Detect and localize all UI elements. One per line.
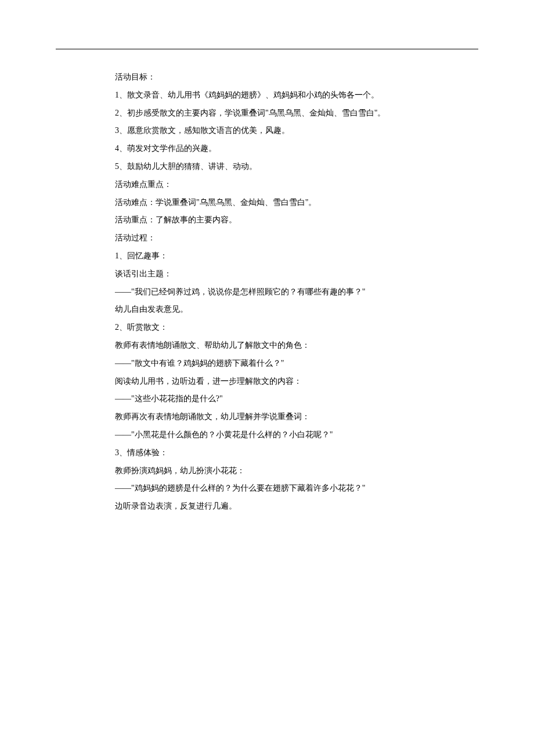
text-line: ——"鸡妈妈的翅膀是什么样的？为什么要在翅膀下藏着许多小花花？" — [99, 480, 453, 498]
text-line: 2、听赏散文： — [99, 319, 453, 337]
text-line: ——"这些小花花指的是什么?" — [99, 390, 453, 408]
text-line: 活动重点：了解故事的主要内容。 — [99, 211, 453, 229]
text-line: 教师有表情地朗诵散文、帮助幼儿了解散文中的角色： — [99, 337, 453, 355]
text-line: 2、初步感受散文的主要内容，学说重叠词"乌黑乌黑、金灿灿、雪白雪白"。 — [99, 105, 453, 123]
text-line: 谈话引出主题： — [99, 265, 453, 283]
text-line: 教师再次有表情地朗诵散文，幼儿理解并学说重叠词： — [99, 408, 453, 426]
text-line: 3、情感体验： — [99, 444, 453, 462]
document-body: 活动目标： 1、散文录音、幼儿用书《鸡妈妈的翅膀》、鸡妈妈和小鸡的头饰各一个。 … — [99, 69, 453, 516]
text-line: 活动过程： — [99, 229, 453, 247]
text-line: ——"小黑花是什么颜色的？小黄花是什么样的？小白花呢？" — [99, 426, 453, 444]
text-line: 5、鼓励幼儿大胆的猜猜、讲讲、动动。 — [99, 158, 453, 176]
text-line: 1、散文录音、幼儿用书《鸡妈妈的翅膀》、鸡妈妈和小鸡的头饰各一个。 — [99, 87, 453, 105]
text-line: ——"散文中有谁？鸡妈妈的翅膀下藏着什么？" — [99, 355, 453, 373]
horizontal-rule — [56, 49, 478, 49]
text-line: 活动目标： — [99, 69, 453, 87]
text-line: 幼儿自由发表意见。 — [99, 301, 453, 319]
text-line: 1、回忆趣事： — [99, 247, 453, 265]
text-line: 教师扮演鸡妈妈，幼儿扮演小花花： — [99, 462, 453, 480]
text-line: 3、愿意欣赏散文，感知散文语言的优美，风趣。 — [99, 122, 453, 140]
text-line: 活动难点重点： — [99, 176, 453, 194]
text-line: 活动难点：学说重叠词"乌黑乌黑、金灿灿、雪白雪白"。 — [99, 194, 453, 212]
text-line: 阅读幼儿用书，边听边看，进一步理解散文的内容： — [99, 373, 453, 391]
text-line: 4、萌发对文学作品的兴趣。 — [99, 140, 453, 158]
text-line: ——"我们已经饲养过鸡，说说你是怎样照顾它的？有哪些有趣的事？" — [99, 283, 453, 301]
text-line: 边听录音边表演，反复进行几遍。 — [99, 498, 453, 516]
